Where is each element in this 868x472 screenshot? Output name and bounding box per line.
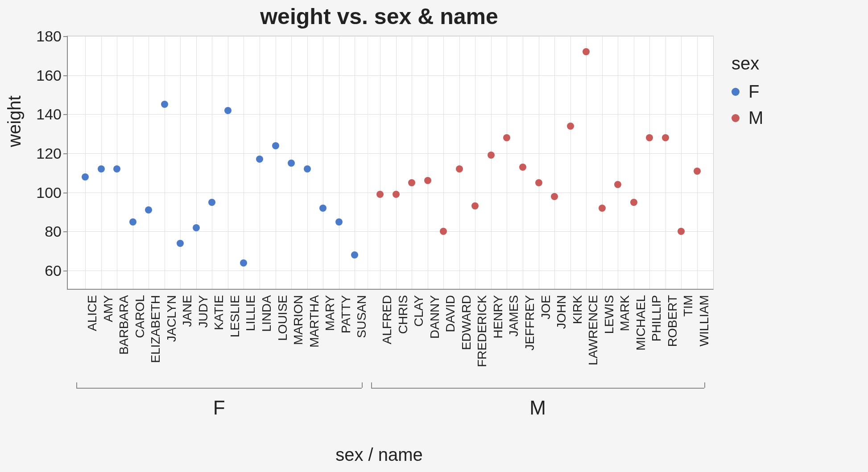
data-point xyxy=(440,228,447,235)
data-point xyxy=(240,259,247,267)
gridline-v xyxy=(586,36,587,289)
x-tick-label: MICHAEL xyxy=(634,295,648,350)
x-tick-label: PHILLIP xyxy=(649,295,664,341)
gridline-v xyxy=(101,36,102,289)
gridline-v xyxy=(396,36,397,289)
data-point xyxy=(646,134,653,141)
chart-title: weight vs. sex & name xyxy=(0,4,758,29)
y-tick-label: 100 xyxy=(36,184,62,201)
x-tick-label: LOUISE xyxy=(276,295,290,341)
x-tick-label: ALICE xyxy=(85,295,99,331)
gridline-v xyxy=(339,36,339,289)
data-point xyxy=(335,218,343,226)
x-tick-label: MARION xyxy=(291,295,306,345)
data-point xyxy=(304,165,311,172)
gridline-v xyxy=(459,36,460,289)
y-tick-mark xyxy=(63,231,68,232)
y-axis-label: weight xyxy=(4,95,25,147)
x-tick-label: LINDA xyxy=(260,295,274,332)
gridline-v xyxy=(117,36,117,289)
x-tick-label: CHRIS xyxy=(396,295,410,334)
data-point xyxy=(376,191,384,198)
data-point xyxy=(488,152,495,159)
data-point xyxy=(694,168,701,175)
x-tick-label: AMY xyxy=(101,295,116,322)
legend-item-f: F xyxy=(732,82,763,102)
x-tick-label: SUSAN xyxy=(355,295,369,338)
data-point xyxy=(256,156,263,163)
gridline-v xyxy=(133,36,133,289)
x-tick-label: JOE xyxy=(539,295,553,319)
group-label: M xyxy=(529,397,546,419)
x-tick-label: KIRK xyxy=(570,295,585,324)
x-tick-label: ROBERT xyxy=(665,295,680,347)
gridline-v xyxy=(165,36,165,289)
gridline-v xyxy=(602,36,603,289)
data-point xyxy=(535,179,542,186)
x-tick-label: JEFFREY xyxy=(523,295,537,350)
x-tick-label: LESLIE xyxy=(228,295,242,337)
x-axis-label: sex / name xyxy=(0,445,758,465)
data-point xyxy=(662,134,669,141)
data-point xyxy=(471,202,479,209)
gridline-v xyxy=(491,36,492,289)
group-bracket xyxy=(76,388,362,389)
gridline-v xyxy=(180,36,181,289)
data-point xyxy=(98,165,105,172)
gridline-v xyxy=(228,36,228,289)
group-bracket-tick xyxy=(76,382,77,388)
data-point xyxy=(408,179,415,186)
gridline-v xyxy=(323,36,323,289)
gridline-v xyxy=(212,36,212,289)
data-point xyxy=(456,165,463,172)
gridline-v xyxy=(85,36,86,289)
group-bracket xyxy=(371,388,704,389)
x-tick-label: LILLIE xyxy=(244,295,258,331)
y-tick-label: 60 xyxy=(45,262,62,279)
legend-dot-icon xyxy=(732,114,740,122)
x-tick-label: DANNY xyxy=(428,295,442,339)
gridline-v xyxy=(554,36,555,289)
x-tick-label: WILLIAM xyxy=(697,295,711,346)
gridline-v xyxy=(196,36,197,289)
x-tick-label: KATIE xyxy=(212,295,226,330)
x-tick-label: CLAY xyxy=(412,295,426,327)
group-label: F xyxy=(213,397,225,419)
legend-item-label: F xyxy=(748,82,759,102)
data-point xyxy=(177,240,184,247)
gridline-v xyxy=(634,36,634,289)
data-point xyxy=(567,123,574,130)
x-tick-label: LAWRENCE xyxy=(586,295,600,365)
y-tick-mark xyxy=(63,36,68,37)
y-tick-mark xyxy=(63,271,68,271)
gridline-v xyxy=(523,36,523,289)
gridline-v xyxy=(649,36,650,289)
data-point xyxy=(351,251,358,259)
data-point xyxy=(193,224,200,231)
chart-container: weight vs. sex & name weight 60801001201… xyxy=(0,0,868,472)
data-point xyxy=(614,181,621,188)
gridline-v xyxy=(618,36,618,289)
gridline-v xyxy=(539,36,539,289)
y-tick-label: 160 xyxy=(36,66,62,84)
data-point xyxy=(519,164,526,171)
y-tick-mark xyxy=(63,153,68,154)
x-tick-label: MARK xyxy=(618,295,632,331)
x-tick-label: JANE xyxy=(180,295,194,327)
gridline-v xyxy=(570,36,571,289)
data-point xyxy=(161,101,168,108)
x-tick-label: JAMES xyxy=(507,295,521,337)
gridline-v xyxy=(507,36,507,289)
x-tick-label: CAROL xyxy=(133,295,147,338)
x-tick-label: DAVID xyxy=(443,295,458,332)
x-tick-label: TIM xyxy=(681,295,695,316)
legend-dot-icon xyxy=(732,88,740,96)
gridline-v xyxy=(244,36,244,289)
x-tick-label: PATTY xyxy=(339,295,353,333)
y-tick-label: 120 xyxy=(36,145,62,162)
gridline-v xyxy=(665,36,666,289)
data-point xyxy=(630,199,637,206)
legend-item-label: M xyxy=(748,108,763,128)
x-tick-label: BARBARA xyxy=(117,295,131,355)
data-point xyxy=(145,206,152,213)
